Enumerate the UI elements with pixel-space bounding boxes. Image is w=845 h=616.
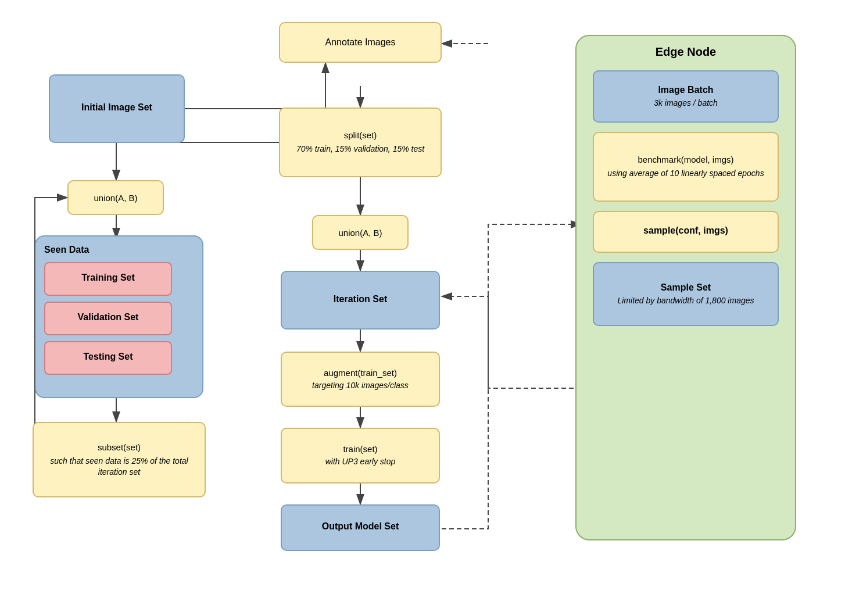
sample-set-title: Sample Set <box>661 282 711 293</box>
testing-set-label: Testing Set <box>83 352 133 362</box>
initial-image-set-node: Initial Image Set <box>49 74 185 143</box>
sample-conf-label: sample(conf, imgs) <box>643 225 728 236</box>
annotate-images-node: Annotate Images <box>279 22 442 63</box>
validation-set-label: Validation Set <box>78 312 139 323</box>
edge-node-container: Edge Node Image Batch 3k images / batch … <box>575 35 796 540</box>
seen-data-title: Seen Data <box>44 245 194 255</box>
benchmark-label: benchmark(model, imgs) <box>638 155 733 164</box>
augment-node: augment(train_set) targeting 10k images/… <box>281 352 440 407</box>
initial-image-set-label: Initial Image Set <box>81 102 152 113</box>
train-subtitle: with UP3 early stop <box>325 456 396 467</box>
seen-data-container: Seen Data Training Set Validation Set Te… <box>35 235 203 398</box>
union-ab-left-label: union(A, B) <box>94 193 137 203</box>
augment-label: augment(train_set) <box>324 368 397 378</box>
train-label: train(set) <box>343 444 377 454</box>
union-ab-left-node: union(A, B) <box>67 180 164 215</box>
augment-subtitle: targeting 10k images/class <box>312 380 409 391</box>
output-model-set-label: Output Model Set <box>322 521 399 532</box>
split-set-node: split(set) 70% train, 15% validation, 15… <box>279 108 442 177</box>
testing-set-node: Testing Set <box>44 341 172 375</box>
iteration-set-node: Iteration Set <box>281 271 440 330</box>
output-model-set-node: Output Model Set <box>281 504 440 551</box>
split-label: split(set) <box>344 130 377 140</box>
union-ab-center-node: union(A, B) <box>312 215 409 250</box>
subset-subtitle: such that seen data is 25% of the total … <box>42 456 196 477</box>
validation-set-node: Validation Set <box>44 302 172 335</box>
union-ab-center-label: union(A, B) <box>338 228 382 238</box>
benchmark-subtitle: using average of 10 linearly spaced epoc… <box>607 168 764 178</box>
sample-set-node: Sample Set Limited by bandwidth of 1,800… <box>593 262 779 326</box>
image-batch-title: Image Batch <box>658 85 713 95</box>
image-batch-subtitle: 3k images / batch <box>654 98 718 108</box>
training-set-node: Training Set <box>44 262 172 296</box>
training-set-label: Training Set <box>81 273 135 283</box>
annotate-images-label: Annotate Images <box>325 37 396 48</box>
iteration-set-label: Iteration Set <box>334 294 387 305</box>
subset-node: subset(set) such that seen data is 25% o… <box>33 422 206 497</box>
split-subtitle: 70% train, 15% validation, 15% test <box>296 144 424 154</box>
image-batch-node: Image Batch 3k images / batch <box>593 70 779 123</box>
train-node: train(set) with UP3 early stop <box>281 428 440 484</box>
sample-set-subtitle: Limited by bandwidth of 1,800 images <box>617 295 754 306</box>
diagram: Initial Image Set union(A, B) Seen Data … <box>0 0 845 616</box>
subset-label: subset(set) <box>98 442 141 452</box>
benchmark-node: benchmark(model, imgs) using average of … <box>593 132 779 202</box>
edge-node-title: Edge Node <box>586 45 786 59</box>
sample-conf-node: sample(conf, imgs) <box>593 211 779 253</box>
